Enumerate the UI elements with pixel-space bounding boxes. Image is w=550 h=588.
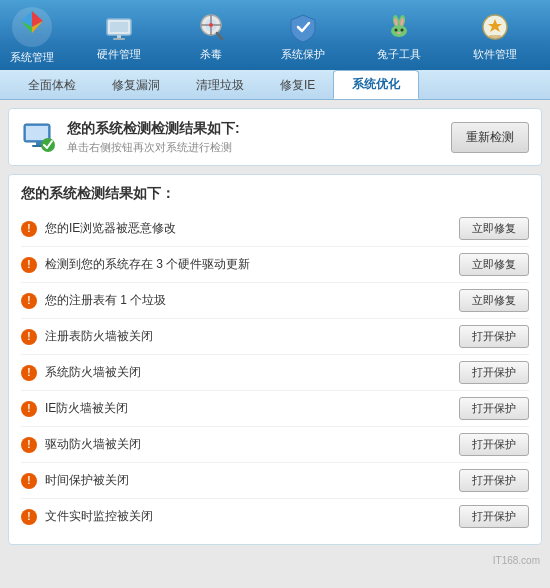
- hardware-icon: [101, 9, 137, 45]
- svg-point-16: [395, 28, 398, 31]
- warning-icon-1: !: [21, 257, 37, 273]
- warning-icon-6: !: [21, 437, 37, 453]
- action-btn-4[interactable]: 打开保护: [459, 361, 529, 384]
- action-btn-1[interactable]: 立即修复: [459, 253, 529, 276]
- results-list: ! 您的IE浏览器被恶意修改 立即修复 ! 检测到您的系统存在 3 个硬件驱动更…: [21, 211, 529, 534]
- logo-icon: [11, 6, 53, 48]
- rabbit-icon: [381, 9, 417, 45]
- result-text-5: IE防火墙被关闭: [45, 400, 128, 417]
- action-btn-6[interactable]: 打开保护: [459, 433, 529, 456]
- result-left-3: ! 注册表防火墙被关闭: [21, 328, 153, 345]
- warning-icon-8: !: [21, 509, 37, 525]
- tab-fix-missing[interactable]: 修复漏洞: [94, 72, 178, 99]
- result-left-8: ! 文件实时监控被关闭: [21, 508, 153, 525]
- result-text-8: 文件实时监控被关闭: [45, 508, 153, 525]
- warning-icon-7: !: [21, 473, 37, 489]
- tab-bar: 全面体检 修复漏洞 清理垃圾 修复IE 系统优化: [0, 70, 550, 100]
- warning-icon-5: !: [21, 401, 37, 417]
- result-row: ! 您的注册表有 1 个垃圾 立即修复: [21, 283, 529, 319]
- svg-rect-2: [110, 22, 128, 32]
- top-navigation: 系统管理 硬件管理: [0, 0, 550, 70]
- summary-title: 您的系统检测检测结果如下:: [67, 120, 240, 138]
- warning-icon-3: !: [21, 329, 37, 345]
- action-btn-0[interactable]: 立即修复: [459, 217, 529, 240]
- warning-icon-4: !: [21, 365, 37, 381]
- result-row: ! 您的IE浏览器被恶意修改 立即修复: [21, 211, 529, 247]
- result-text-3: 注册表防火墙被关闭: [45, 328, 153, 345]
- nav-items: 硬件管理 杀毒 系统保护: [74, 5, 540, 66]
- result-row: ! 驱动防火墙被关闭 打开保护: [21, 427, 529, 463]
- protect-icon: [285, 9, 321, 45]
- kill-icon: [193, 9, 229, 45]
- result-text-7: 时间保护被关闭: [45, 472, 129, 489]
- action-btn-8[interactable]: 打开保护: [459, 505, 529, 528]
- svg-point-9: [209, 23, 213, 27]
- result-left-5: ! IE防火墙被关闭: [21, 400, 128, 417]
- result-left-1: ! 检测到您的系统存在 3 个硬件驱动更新: [21, 256, 250, 273]
- summary-text: 您的系统检测检测结果如下: 单击右侧按钮再次对系统进行检测: [67, 120, 240, 155]
- result-left-0: ! 您的IE浏览器被恶意修改: [21, 220, 176, 237]
- summary-left: 您的系统检测检测结果如下: 单击右侧按钮再次对系统进行检测: [21, 119, 240, 155]
- result-row: ! 注册表防火墙被关闭 打开保护: [21, 319, 529, 355]
- rabbit-label: 兔子工具: [377, 47, 421, 62]
- watermark: IT168.com: [0, 553, 550, 568]
- summary-computer-icon: [21, 119, 57, 155]
- result-left-7: ! 时间保护被关闭: [21, 472, 129, 489]
- result-left-4: ! 系统防火墙被关闭: [21, 364, 141, 381]
- software-icon: [477, 9, 513, 45]
- nav-kill[interactable]: 杀毒: [183, 5, 239, 66]
- app-logo: 系统管理: [10, 6, 54, 65]
- tab-clean-trash[interactable]: 清理垃圾: [178, 72, 262, 99]
- tab-full-check[interactable]: 全面体检: [10, 72, 94, 99]
- svg-point-11: [391, 25, 407, 37]
- svg-rect-20: [489, 35, 501, 38]
- nav-hardware[interactable]: 硬件管理: [87, 5, 151, 66]
- results-section: 您的系统检测结果如下： ! 您的IE浏览器被恶意修改 立即修复 ! 检测到您的系…: [8, 174, 542, 545]
- summary-banner: 您的系统检测检测结果如下: 单击右侧按钮再次对系统进行检测 重新检测: [8, 108, 542, 166]
- nav-protect[interactable]: 系统保护: [271, 5, 335, 66]
- svg-rect-22: [26, 126, 48, 140]
- warning-icon-2: !: [21, 293, 37, 309]
- svg-line-10: [217, 33, 222, 39]
- result-row: ! 系统防火墙被关闭 打开保护: [21, 355, 529, 391]
- svg-point-18: [397, 32, 401, 34]
- result-left-2: ! 您的注册表有 1 个垃圾: [21, 292, 166, 309]
- result-row: ! IE防火墙被关闭 打开保护: [21, 391, 529, 427]
- action-btn-2[interactable]: 立即修复: [459, 289, 529, 312]
- kill-label: 杀毒: [200, 47, 222, 62]
- result-text-0: 您的IE浏览器被恶意修改: [45, 220, 176, 237]
- logo-label: 系统管理: [10, 50, 54, 65]
- tab-fix-ie[interactable]: 修复IE: [262, 72, 333, 99]
- svg-point-17: [401, 28, 404, 31]
- summary-subtitle: 单击右侧按钮再次对系统进行检测: [67, 140, 240, 155]
- result-text-6: 驱动防火墙被关闭: [45, 436, 141, 453]
- protect-label: 系统保护: [281, 47, 325, 62]
- result-left-6: ! 驱动防火墙被关闭: [21, 436, 141, 453]
- action-btn-7[interactable]: 打开保护: [459, 469, 529, 492]
- result-text-2: 您的注册表有 1 个垃圾: [45, 292, 166, 309]
- rescan-button[interactable]: 重新检测: [451, 122, 529, 153]
- result-row: ! 文件实时监控被关闭 打开保护: [21, 499, 529, 534]
- action-btn-5[interactable]: 打开保护: [459, 397, 529, 420]
- result-text-4: 系统防火墙被关闭: [45, 364, 141, 381]
- result-row: ! 时间保护被关闭 打开保护: [21, 463, 529, 499]
- software-label: 软件管理: [473, 47, 517, 62]
- warning-icon-0: !: [21, 221, 37, 237]
- results-title: 您的系统检测结果如下：: [21, 185, 529, 203]
- svg-rect-4: [113, 38, 125, 40]
- nav-software[interactable]: 软件管理: [463, 5, 527, 66]
- nav-rabbit[interactable]: 兔子工具: [367, 5, 431, 66]
- tab-optimize[interactable]: 系统优化: [333, 70, 419, 99]
- hardware-label: 硬件管理: [97, 47, 141, 62]
- result-row: ! 检测到您的系统存在 3 个硬件驱动更新 立即修复: [21, 247, 529, 283]
- action-btn-3[interactable]: 打开保护: [459, 325, 529, 348]
- svg-rect-3: [117, 35, 121, 38]
- result-text-1: 检测到您的系统存在 3 个硬件驱动更新: [45, 256, 250, 273]
